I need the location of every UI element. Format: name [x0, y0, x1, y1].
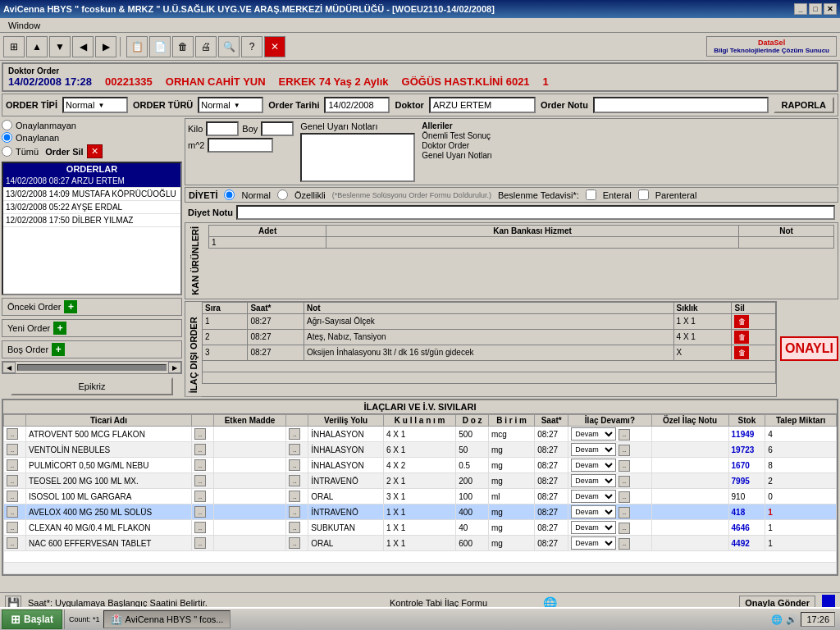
order-turu-combo[interactable]: Normal ▼	[198, 97, 263, 113]
toolbar-btn-fwd[interactable]: ▶	[95, 36, 116, 57]
toolbar-btn-back[interactable]: ◀	[72, 36, 94, 57]
doktor-input[interactable]	[429, 97, 536, 113]
toolbar-btn-doc2[interactable]: 📄	[149, 36, 171, 57]
devam-cell-1[interactable]: Devam ..	[568, 442, 651, 458]
order-tarihi-input[interactable]	[324, 97, 390, 113]
devam-dot-7[interactable]: ..	[619, 538, 630, 550]
dot-btn-2[interactable]: ..	[7, 459, 18, 471]
dot-btn-cell2-1[interactable]: ..	[191, 442, 213, 458]
devam-cell-7[interactable]: Devam ..	[568, 536, 651, 551]
devam-cell-4[interactable]: Devam ..	[568, 489, 651, 504]
devam-select-5[interactable]: Devam	[571, 505, 616, 518]
onceki-order-btn[interactable]: Önceki Order +	[2, 298, 182, 316]
diyet-ozellikli-radio[interactable]	[277, 189, 288, 200]
dot-btn-0[interactable]: ..	[7, 428, 18, 440]
dot-btn3-5[interactable]: ..	[289, 506, 300, 518]
kilo-input[interactable]	[206, 121, 239, 136]
devam-select-1[interactable]: Devam	[571, 443, 616, 456]
sil-btn-3[interactable]: 🗑	[734, 346, 749, 359]
dot-btn-cell-2[interactable]: ..	[4, 458, 26, 473]
dot-btn-cell2-4[interactable]: ..	[191, 489, 213, 504]
radio-onaylanmayan-input[interactable]	[2, 120, 12, 130]
dot-btn-cell2-3[interactable]: ..	[191, 473, 213, 489]
dot-btn-4[interactable]: ..	[7, 491, 18, 502]
m2-input[interactable]	[208, 138, 273, 153]
start-button[interactable]: ⊞ Başlat	[2, 609, 62, 629]
dot-btn2-4[interactable]: ..	[194, 491, 206, 502]
devam-cell-2[interactable]: Devam ..	[568, 458, 651, 473]
boy-input[interactable]	[261, 121, 294, 136]
order-tipi-combo[interactable]: Normal ▼	[62, 97, 128, 113]
diyet-notu-input[interactable]	[236, 205, 835, 220]
dot-btn3-2[interactable]: ..	[289, 459, 300, 471]
maximize-button[interactable]: □	[809, 3, 822, 15]
dot-btn-cell-5[interactable]: ..	[4, 504, 26, 520]
devam-select-3[interactable]: Devam	[571, 474, 616, 487]
devam-cell-3[interactable]: Devam ..	[568, 473, 651, 489]
dot-btn3-0[interactable]: ..	[289, 428, 300, 440]
order-item-3[interactable]: 12/02/2008 17:50 DİLBER YILMAZ	[3, 214, 180, 227]
dot-btn-5[interactable]: ..	[7, 506, 18, 518]
dot-btn-cell3-0[interactable]: ..	[286, 427, 308, 442]
devam-dot-1[interactable]: ..	[619, 445, 630, 456]
scroll-track[interactable]	[17, 364, 167, 371]
toolbar-btn-print[interactable]: 🖨	[195, 36, 217, 57]
yeni-order-btn[interactable]: Yeni Order +	[2, 319, 182, 337]
devam-select-7[interactable]: Devam	[571, 536, 616, 550]
radio-onaylanan-input[interactable]	[2, 132, 12, 143]
sil-btn-2[interactable]: 🗑	[734, 331, 749, 344]
devam-dot-3[interactable]: ..	[619, 476, 630, 487]
toolbar-btn-question[interactable]: ?	[241, 36, 262, 57]
dot-btn-6[interactable]: ..	[7, 522, 18, 533]
epikriz-button[interactable]: Epikriz	[11, 377, 173, 395]
sil-3[interactable]: 🗑	[732, 345, 776, 360]
sil-1[interactable]: 🗑	[732, 313, 776, 329]
dot-btn3-7[interactable]: ..	[289, 537, 300, 549]
devam-dot-5[interactable]: ..	[619, 507, 630, 518]
dot-btn3-6[interactable]: ..	[289, 522, 300, 533]
dot-btn-3[interactable]: ..	[7, 475, 18, 486]
order-item-0[interactable]: 14/02/2008 08:27 ARZU ERTEM	[3, 175, 180, 188]
dot-btn2-5[interactable]: ..	[194, 506, 206, 518]
dot-btn-cell-1[interactable]: ..	[4, 442, 26, 458]
dot-btn-cell3-4[interactable]: ..	[286, 489, 308, 504]
dot-btn3-4[interactable]: ..	[289, 491, 300, 502]
dot-btn2-7[interactable]: ..	[194, 537, 206, 549]
devam-dot-4[interactable]: ..	[619, 491, 630, 503]
dot-btn3-1[interactable]: ..	[289, 444, 300, 455]
devam-select-0[interactable]: Devam	[571, 427, 616, 441]
order-item-2[interactable]: 13/02/2008 05:22 AYŞE ERDAL	[3, 201, 180, 214]
menu-window[interactable]: Window	[3, 20, 45, 31]
dot-btn2-0[interactable]: ..	[194, 428, 206, 440]
dot-btn-cell-3[interactable]: ..	[4, 473, 26, 489]
dot-btn2-6[interactable]: ..	[194, 522, 206, 533]
close-button[interactable]: ✕	[824, 3, 837, 15]
dot-btn-cell-7[interactable]: ..	[4, 536, 26, 551]
dot-btn-cell-4[interactable]: ..	[4, 489, 26, 504]
devam-select-6[interactable]: Devam	[571, 521, 616, 534]
scroll-left[interactable]: ◀	[2, 362, 16, 373]
order-item-1[interactable]: 13/02/2008 14:09 MUSTAFA KÖPRÜCÜOĞLU	[3, 188, 180, 201]
devam-cell-5[interactable]: Devam ..	[568, 504, 651, 520]
dot-btn-cell3-3[interactable]: ..	[286, 473, 308, 489]
dot-btn-cell3-2[interactable]: ..	[286, 458, 308, 473]
devam-cell-0[interactable]: Devam ..	[568, 427, 651, 442]
dot-btn-cell-0[interactable]: ..	[4, 427, 26, 442]
devam-select-2[interactable]: Devam	[571, 459, 616, 472]
toolbar-btn-search[interactable]: 🔍	[218, 36, 240, 57]
dot-btn-cell3-7[interactable]: ..	[286, 536, 308, 551]
order-notu-input[interactable]	[593, 97, 769, 113]
dot-btn2-1[interactable]: ..	[194, 444, 206, 455]
taskbar-item-avicenna[interactable]: 🏥 AviCenna HBYS " fcos...	[103, 610, 231, 628]
devam-dot-6[interactable]: ..	[619, 523, 630, 534]
dot-btn-cell2-0[interactable]: ..	[191, 427, 213, 442]
minimize-button[interactable]: _	[794, 3, 807, 15]
raporla-button[interactable]: RAPORLA	[774, 97, 834, 113]
devam-select-4[interactable]: Devam	[571, 490, 616, 503]
scroll-right[interactable]: ▶	[168, 362, 181, 373]
devam-dot-2[interactable]: ..	[619, 460, 630, 472]
bos-order-btn[interactable]: Boş Order +	[2, 340, 182, 358]
dot-btn2-3[interactable]: ..	[194, 475, 206, 486]
enteral-checkbox[interactable]	[586, 189, 596, 200]
genel-uyari-input[interactable]	[300, 133, 415, 182]
